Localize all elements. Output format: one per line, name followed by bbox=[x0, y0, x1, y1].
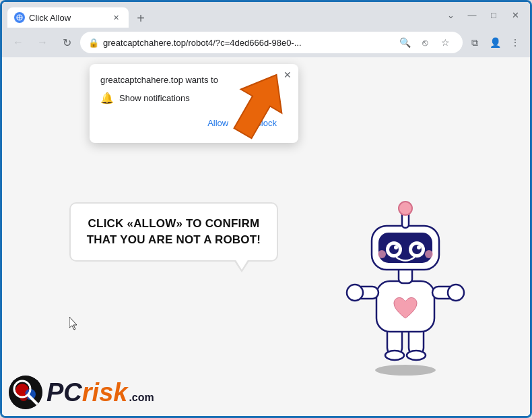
arrow-indicator bbox=[218, 57, 298, 145]
pcrisk-pc-text: PC bbox=[46, 380, 82, 405]
bubble-text: CLICK «ALLOW» TO CONFIRM THAT YOU ARE NO… bbox=[87, 217, 261, 246]
back-button[interactable]: ← bbox=[7, 32, 29, 53]
bookmark-icon[interactable]: ☆ bbox=[436, 33, 455, 52]
svg-point-27 bbox=[399, 202, 412, 215]
svg-point-25 bbox=[425, 250, 433, 258]
tab-title: Click Allow bbox=[29, 13, 71, 23]
svg-point-13 bbox=[347, 285, 363, 301]
pcrisk-dotcom-text: .com bbox=[129, 392, 154, 404]
svg-point-24 bbox=[378, 250, 386, 258]
mouse-cursor bbox=[69, 317, 80, 330]
svg-point-22 bbox=[394, 245, 398, 249]
svg-point-14 bbox=[448, 285, 464, 301]
svg-point-23 bbox=[417, 245, 421, 249]
extensions-icon[interactable]: ⧉ bbox=[465, 33, 484, 52]
pcrisk-logo: PC risk .com bbox=[9, 376, 154, 409]
speech-bubble: CLICK «ALLOW» TO CONFIRM THAT YOU ARE NO… bbox=[69, 202, 278, 262]
maximize-button[interactable]: □ bbox=[484, 5, 503, 24]
bell-icon: 🔔 bbox=[100, 92, 114, 104]
refresh-button[interactable]: ↻ bbox=[56, 32, 77, 53]
pcrisk-risk-text: risk bbox=[82, 380, 128, 405]
url-text: greatcaptchahere.top/robot4/?c=4ded666d-… bbox=[103, 38, 391, 48]
svg-point-8 bbox=[385, 351, 404, 360]
tab-favicon bbox=[14, 12, 25, 23]
new-tab-button[interactable]: + bbox=[131, 9, 150, 28]
title-bar: Click Allow ✕ + ⌄ — □ ✕ bbox=[2, 2, 530, 28]
svg-marker-4 bbox=[222, 63, 297, 145]
menu-icon[interactable]: ⋮ bbox=[506, 33, 525, 52]
chevron-button[interactable]: ⌄ bbox=[441, 5, 460, 24]
search-icon[interactable]: 🔍 bbox=[395, 33, 414, 52]
notification-text: Show notifications bbox=[119, 93, 190, 103]
lock-icon: 🔒 bbox=[88, 38, 99, 48]
close-button[interactable]: ✕ bbox=[506, 5, 525, 24]
minimize-button[interactable]: — bbox=[463, 5, 481, 24]
forward-button[interactable]: → bbox=[32, 32, 53, 53]
address-input[interactable]: 🔒 greatcaptchahere.top/robot4/?c=4ded666… bbox=[80, 32, 463, 53]
page-content: ✕ greatcaptchahere.top wants to 🔔 Show n… bbox=[2, 57, 530, 416]
window-controls: ⌄ — □ ✕ bbox=[441, 5, 525, 24]
share-icon[interactable]: ⎋ bbox=[415, 33, 434, 52]
svg-point-5 bbox=[375, 365, 436, 376]
pcrisk-icon bbox=[9, 376, 42, 409]
address-bar: ← → ↻ 🔒 greatcaptchahere.top/robot4/?c=4… bbox=[2, 28, 530, 57]
tab-close-button[interactable]: ✕ bbox=[110, 11, 122, 24]
address-actions: 🔍 ⎋ ☆ bbox=[395, 33, 455, 52]
toolbar-actions: ⧉ 👤 ⋮ bbox=[465, 33, 525, 52]
browser-window: Click Allow ✕ + ⌄ — □ ✕ ← → ↻ 🔒 greatcap… bbox=[0, 0, 532, 418]
active-tab[interactable]: Click Allow ✕ bbox=[7, 7, 129, 28]
svg-point-9 bbox=[407, 351, 426, 360]
profile-icon[interactable]: 👤 bbox=[486, 33, 504, 52]
tab-area: Click Allow ✕ + bbox=[7, 2, 437, 28]
robot-illustration bbox=[335, 193, 476, 376]
